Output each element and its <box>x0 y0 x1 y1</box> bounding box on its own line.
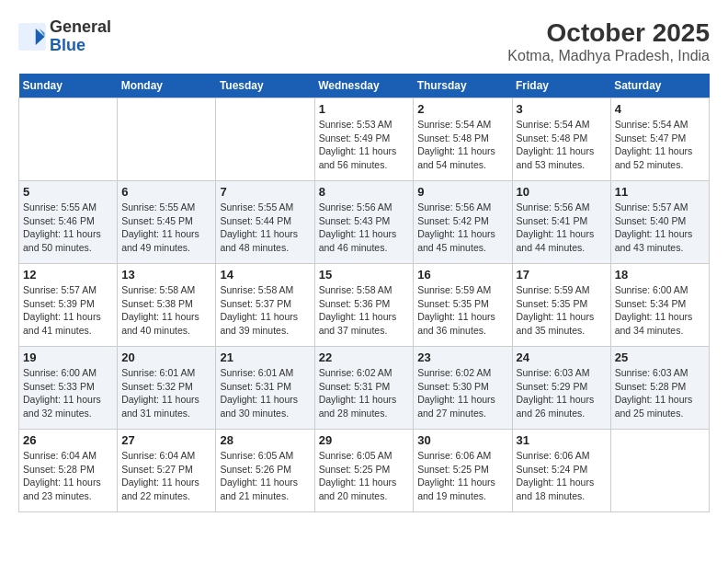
calendar-cell: 12Sunrise: 5:57 AMSunset: 5:39 PMDayligh… <box>19 264 118 347</box>
calendar-week-row: 26Sunrise: 6:04 AMSunset: 5:28 PMDayligh… <box>19 430 710 512</box>
calendar-cell: 8Sunrise: 5:56 AMSunset: 5:43 PMDaylight… <box>314 181 414 264</box>
calendar-cell: 30Sunrise: 6:06 AMSunset: 5:25 PMDayligh… <box>414 430 512 512</box>
calendar-cell: 16Sunrise: 5:59 AMSunset: 5:35 PMDayligh… <box>414 264 512 347</box>
calendar-cell: 15Sunrise: 5:58 AMSunset: 5:36 PMDayligh… <box>314 264 414 347</box>
day-info: Sunrise: 6:01 AMSunset: 5:32 PMDaylight:… <box>121 366 211 420</box>
calendar-week-row: 19Sunrise: 6:00 AMSunset: 5:33 PMDayligh… <box>19 347 710 430</box>
day-number: 12 <box>23 268 113 282</box>
calendar-cell: 23Sunrise: 6:02 AMSunset: 5:30 PMDayligh… <box>414 347 512 430</box>
logo-line1: General <box>50 18 111 37</box>
day-info: Sunrise: 6:05 AMSunset: 5:26 PMDaylight:… <box>220 449 310 503</box>
calendar-cell: 25Sunrise: 6:03 AMSunset: 5:28 PMDayligh… <box>610 347 709 430</box>
calendar-cell <box>216 98 314 181</box>
day-info: Sunrise: 5:55 AMSunset: 5:45 PMDaylight:… <box>121 201 211 255</box>
calendar-cell: 9Sunrise: 5:56 AMSunset: 5:42 PMDaylight… <box>414 181 512 264</box>
day-info: Sunrise: 5:58 AMSunset: 5:37 PMDaylight:… <box>220 283 310 338</box>
calendar-cell: 29Sunrise: 6:05 AMSunset: 5:25 PMDayligh… <box>314 430 414 512</box>
day-number: 20 <box>121 350 211 364</box>
calendar-cell: 1Sunrise: 5:53 AMSunset: 5:49 PMDaylight… <box>314 98 414 181</box>
calendar-cell: 14Sunrise: 5:58 AMSunset: 5:37 PMDayligh… <box>216 264 314 347</box>
day-number: 24 <box>517 350 607 364</box>
day-info: Sunrise: 5:55 AMSunset: 5:44 PMDaylight:… <box>220 201 310 255</box>
calendar-cell: 31Sunrise: 6:06 AMSunset: 5:24 PMDayligh… <box>512 430 610 512</box>
calendar-cell: 24Sunrise: 6:03 AMSunset: 5:29 PMDayligh… <box>512 347 610 430</box>
day-info: Sunrise: 5:55 AMSunset: 5:46 PMDaylight:… <box>23 201 113 255</box>
calendar-cell: 7Sunrise: 5:55 AMSunset: 5:44 PMDaylight… <box>216 181 314 264</box>
day-number: 28 <box>220 433 310 447</box>
calendar-table: SundayMondayTuesdayWednesdayThursdayFrid… <box>18 74 710 512</box>
day-number: 14 <box>220 268 310 282</box>
day-info: Sunrise: 5:54 AMSunset: 5:47 PMDaylight:… <box>615 118 705 172</box>
logo: General Blue <box>18 18 111 55</box>
calendar-cell: 19Sunrise: 6:00 AMSunset: 5:33 PMDayligh… <box>19 347 118 430</box>
day-info: Sunrise: 5:56 AMSunset: 5:41 PMDaylight:… <box>517 201 607 255</box>
day-number: 5 <box>23 185 113 199</box>
calendar-cell <box>19 98 118 181</box>
logo-icon <box>18 23 46 51</box>
header: General Blue October 2025 Kotma, Madhya … <box>18 18 710 64</box>
subtitle: Kotma, Madhya Pradesh, India <box>507 48 710 64</box>
calendar-cell: 22Sunrise: 6:02 AMSunset: 5:31 PMDayligh… <box>314 347 414 430</box>
page-container: General Blue October 2025 Kotma, Madhya … <box>18 18 710 512</box>
day-info: Sunrise: 5:59 AMSunset: 5:35 PMDaylight:… <box>517 283 607 338</box>
day-info: Sunrise: 5:57 AMSunset: 5:40 PMDaylight:… <box>615 201 705 255</box>
day-number: 29 <box>319 433 410 447</box>
calendar-cell: 5Sunrise: 5:55 AMSunset: 5:46 PMDaylight… <box>19 181 118 264</box>
calendar-cell: 26Sunrise: 6:04 AMSunset: 5:28 PMDayligh… <box>19 430 118 512</box>
calendar-cell: 13Sunrise: 5:58 AMSunset: 5:38 PMDayligh… <box>118 264 216 347</box>
calendar-cell: 28Sunrise: 6:05 AMSunset: 5:26 PMDayligh… <box>216 430 314 512</box>
day-number: 23 <box>417 350 507 364</box>
day-info: Sunrise: 6:02 AMSunset: 5:30 PMDaylight:… <box>417 366 507 420</box>
calendar-week-row: 5Sunrise: 5:55 AMSunset: 5:46 PMDaylight… <box>19 181 710 264</box>
calendar-cell: 3Sunrise: 5:54 AMSunset: 5:48 PMDaylight… <box>512 98 610 181</box>
calendar-cell: 4Sunrise: 5:54 AMSunset: 5:47 PMDaylight… <box>610 98 709 181</box>
calendar-header-row: SundayMondayTuesdayWednesdayThursdayFrid… <box>19 74 710 98</box>
day-info: Sunrise: 5:54 AMSunset: 5:48 PMDaylight:… <box>517 118 607 172</box>
day-header-wednesday: Wednesday <box>314 74 414 98</box>
day-info: Sunrise: 6:03 AMSunset: 5:28 PMDaylight:… <box>615 366 705 420</box>
day-number: 26 <box>23 433 113 447</box>
day-info: Sunrise: 5:56 AMSunset: 5:42 PMDaylight:… <box>417 201 507 255</box>
calendar-cell: 21Sunrise: 6:01 AMSunset: 5:31 PMDayligh… <box>216 347 314 430</box>
day-info: Sunrise: 5:58 AMSunset: 5:38 PMDaylight:… <box>121 283 211 338</box>
day-info: Sunrise: 6:00 AMSunset: 5:34 PMDaylight:… <box>615 283 705 338</box>
calendar-cell: 6Sunrise: 5:55 AMSunset: 5:45 PMDaylight… <box>118 181 216 264</box>
day-number: 19 <box>23 350 113 364</box>
calendar-week-row: 1Sunrise: 5:53 AMSunset: 5:49 PMDaylight… <box>19 98 710 181</box>
calendar-cell: 10Sunrise: 5:56 AMSunset: 5:41 PMDayligh… <box>512 181 610 264</box>
calendar-cell: 2Sunrise: 5:54 AMSunset: 5:48 PMDaylight… <box>414 98 512 181</box>
day-info: Sunrise: 5:58 AMSunset: 5:36 PMDaylight:… <box>319 283 410 338</box>
day-number: 17 <box>517 268 607 282</box>
day-header-tuesday: Tuesday <box>216 74 314 98</box>
day-info: Sunrise: 6:06 AMSunset: 5:25 PMDaylight:… <box>417 449 507 503</box>
day-number: 2 <box>417 102 507 116</box>
calendar-cell: 18Sunrise: 6:00 AMSunset: 5:34 PMDayligh… <box>610 264 709 347</box>
day-number: 9 <box>417 185 507 199</box>
day-info: Sunrise: 5:59 AMSunset: 5:35 PMDaylight:… <box>417 283 507 338</box>
day-info: Sunrise: 5:57 AMSunset: 5:39 PMDaylight:… <box>23 283 113 338</box>
calendar-cell <box>610 430 709 512</box>
day-info: Sunrise: 6:04 AMSunset: 5:27 PMDaylight:… <box>121 449 211 503</box>
day-header-sunday: Sunday <box>19 74 118 98</box>
logo-line2: Blue <box>50 37 111 55</box>
day-number: 10 <box>517 185 607 199</box>
calendar-cell <box>118 98 216 181</box>
day-info: Sunrise: 6:00 AMSunset: 5:33 PMDaylight:… <box>23 366 113 420</box>
day-header-saturday: Saturday <box>610 74 709 98</box>
day-info: Sunrise: 6:02 AMSunset: 5:31 PMDaylight:… <box>319 366 410 420</box>
main-title: October 2025 <box>507 18 710 48</box>
day-header-thursday: Thursday <box>414 74 512 98</box>
day-number: 1 <box>319 102 410 116</box>
calendar-cell: 27Sunrise: 6:04 AMSunset: 5:27 PMDayligh… <box>118 430 216 512</box>
day-header-monday: Monday <box>118 74 216 98</box>
day-number: 6 <box>121 185 211 199</box>
day-number: 25 <box>615 350 705 364</box>
day-number: 4 <box>615 102 705 116</box>
day-number: 13 <box>121 268 211 282</box>
day-number: 8 <box>319 185 410 199</box>
day-info: Sunrise: 6:05 AMSunset: 5:25 PMDaylight:… <box>319 449 410 503</box>
title-area: October 2025 Kotma, Madhya Pradesh, Indi… <box>507 18 710 64</box>
day-number: 11 <box>615 185 705 199</box>
day-number: 3 <box>517 102 607 116</box>
day-number: 16 <box>417 268 507 282</box>
